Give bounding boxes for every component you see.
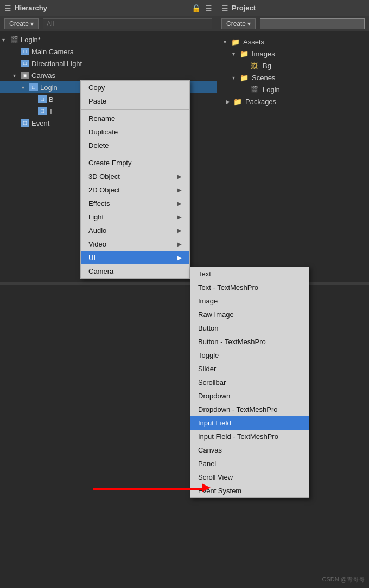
ctx-effects[interactable]: Effects ▶	[81, 197, 189, 210]
submenu-arrow-icon: ▶	[177, 201, 182, 206]
cube-icon: □	[38, 95, 47, 103]
scene-name: Login*	[21, 36, 41, 44]
folder-icon: 📁	[233, 98, 243, 105]
assets-root[interactable]: ▾ 📁 Assets	[221, 36, 365, 48]
ctx-duplicate[interactable]: Duplicate	[81, 125, 189, 139]
ctx-3d-object[interactable]: 3D Object ▶	[81, 170, 189, 183]
item-label: T	[49, 107, 53, 115]
bg-label: Bg	[263, 62, 271, 70]
submenu-arrow-icon: ▶	[177, 241, 182, 247]
arrow-icon: ▾	[13, 73, 21, 79]
item-label: B	[49, 95, 54, 104]
submenu-text-tmp[interactable]: Text - TextMeshPro	[190, 281, 309, 294]
arrow-icon: ▾	[2, 37, 10, 43]
bottom-panel	[0, 285, 369, 588]
submenu-arrow-icon: ▶	[177, 214, 182, 220]
dropdown-arrow-icon: ▾	[247, 20, 251, 28]
ctx-create-empty[interactable]: Create Empty	[81, 156, 189, 170]
hierarchy-title: Hierarchy	[15, 4, 188, 12]
ctx-rename[interactable]: Rename	[81, 112, 189, 125]
assets-bg[interactable]: 🖼 Bg	[221, 60, 365, 72]
ctx-separator-1	[81, 109, 189, 110]
assets-images[interactable]: ▾ 📁 Images	[221, 48, 365, 60]
submenu-input-field[interactable]: Input Field	[190, 416, 309, 430]
cube-icon: □	[38, 107, 47, 115]
folder-icon: 📁	[240, 74, 250, 81]
header-icons: 🔒 ☰	[192, 4, 212, 12]
scene-file-icon: 🎬	[251, 86, 260, 93]
folder-icon: 📁	[240, 50, 250, 57]
submenu-arrow-icon: ▶	[177, 173, 182, 179]
packages-label: Packages	[245, 98, 276, 106]
ctx-light[interactable]: Light ▶	[81, 210, 189, 224]
submenu-canvas[interactable]: Canvas	[190, 443, 309, 457]
cube-icon: □	[21, 60, 29, 67]
item-label: Main Camera	[31, 48, 74, 56]
login-scene-label: Login	[263, 86, 280, 94]
tree-item-main-camera[interactable]: □ Main Camera	[0, 46, 217, 57]
submenu-slider[interactable]: Slider	[190, 362, 309, 376]
submenu-arrow-icon: ▶	[177, 187, 182, 193]
hierarchy-header: ☰ Hierarchy 🔒 ☰	[0, 0, 217, 16]
arrow-line	[93, 488, 202, 490]
submenu-raw-image[interactable]: Raw Image	[190, 308, 309, 321]
cube-icon: □	[29, 83, 38, 91]
ctx-camera[interactable]: Camera	[81, 264, 189, 278]
assets-packages[interactable]: ▶ 📁 Packages	[221, 95, 365, 107]
ctx-paste[interactable]: Paste	[81, 94, 189, 108]
canvas-icon: ▣	[21, 72, 29, 79]
submenu-image[interactable]: Image	[190, 294, 309, 308]
submenu-scrollbar[interactable]: Scrollbar	[190, 376, 309, 389]
submenu-button-tmp[interactable]: Button - TextMeshPro	[190, 335, 309, 348]
arrow-head	[202, 483, 211, 492]
hierarchy-create-button[interactable]: Create ▾	[4, 18, 39, 29]
context-menu: Copy Paste Rename Duplicate Delete Creat…	[80, 80, 190, 279]
submenu-dropdown[interactable]: Dropdown	[190, 389, 309, 403]
arrow-icon: ▾	[232, 51, 240, 57]
ctx-ui[interactable]: UI ▶	[81, 251, 189, 264]
tree-item-canvas[interactable]: ▾ ▣ Canvas	[0, 69, 217, 81]
submenu-arrow-icon: ▶	[177, 255, 182, 261]
ctx-2d-object[interactable]: 2D Object ▶	[81, 183, 189, 197]
assets-login-scene[interactable]: 🎬 Login	[221, 83, 365, 95]
item-label: Canvas	[31, 72, 55, 80]
hierarchy-toolbar: Create ▾	[0, 16, 217, 31]
scenes-label: Scenes	[252, 74, 275, 82]
menu-icon: ☰	[205, 4, 212, 12]
submenu-dropdown-tmp[interactable]: Dropdown - TextMeshPro	[190, 403, 309, 416]
project-toolbar: Create ▾	[217, 16, 369, 31]
project-search-input[interactable]	[260, 18, 365, 29]
submenu-input-field-tmp[interactable]: Input Field - TextMeshPro	[190, 430, 309, 443]
project-header: ☰ Project	[217, 0, 369, 16]
submenu-button[interactable]: Button	[190, 321, 309, 335]
project-panel: ☰ Project Create ▾ ▾ 📁 Assets ▾ 📁 Images	[217, 0, 369, 282]
ctx-video[interactable]: Video ▶	[81, 237, 189, 251]
submenu-text[interactable]: Text	[190, 267, 309, 281]
submenu-scroll-view[interactable]: Scroll View	[190, 470, 309, 484]
arrow-icon: ▶	[226, 99, 233, 105]
hamburger-icon: ☰	[221, 4, 228, 12]
project-create-button[interactable]: Create ▾	[221, 18, 256, 29]
tree-item-directional-light[interactable]: □ Directional Light	[0, 57, 217, 69]
project-title: Project	[232, 4, 365, 12]
scene-root-item[interactable]: ▾ 🎬 Login*	[0, 34, 217, 46]
hierarchy-search-input[interactable]	[43, 18, 212, 29]
ctx-copy[interactable]: Copy	[81, 81, 189, 94]
submenu-arrow-icon: ▶	[177, 228, 182, 234]
assets-label: Assets	[243, 38, 264, 46]
item-label: Login	[40, 83, 58, 92]
submenu-panel[interactable]: Panel	[190, 457, 309, 470]
submenu-toggle[interactable]: Toggle	[190, 348, 309, 362]
image-icon: 🖼	[251, 62, 260, 69]
ctx-delete[interactable]: Delete	[81, 139, 189, 152]
lock-icon: 🔒	[192, 4, 201, 12]
arrow-icon: ▾	[232, 75, 240, 81]
folder-icon: 📁	[231, 38, 241, 46]
item-label: Directional Light	[31, 60, 82, 68]
scene-icon: 🎬	[10, 36, 18, 43]
ctx-audio[interactable]: Audio ▶	[81, 224, 189, 237]
hamburger-icon: ☰	[4, 4, 11, 12]
arrow-annotation	[93, 486, 211, 492]
ctx-separator-2	[81, 154, 189, 154]
assets-scenes[interactable]: ▾ 📁 Scenes	[221, 72, 365, 83]
